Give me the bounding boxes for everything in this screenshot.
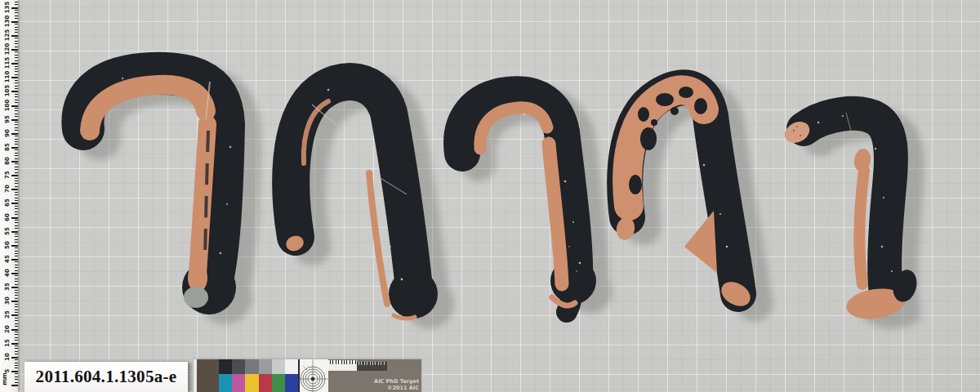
ruler-tick (15, 66, 18, 67)
aic-color-target: AIC PhD Target ©2011 AIC (194, 359, 421, 392)
ruler-tick (15, 180, 18, 181)
ruler-tick (15, 323, 18, 324)
ruler-tick (15, 86, 18, 87)
ruler-label: 90 (4, 126, 11, 140)
ruler-label: 110 (4, 69, 11, 84)
ruler-tick (15, 247, 18, 248)
ruler-tick (15, 304, 18, 305)
ruler-tick (15, 100, 18, 100)
ruler-tick (11, 147, 18, 149)
ruler-tick (15, 373, 18, 374)
color-patch (285, 374, 298, 392)
ruler-label: 65 (4, 195, 11, 210)
measurement-ruler: mm 5101520253035404550556065707580859095… (0, 0, 18, 392)
ruler-tick (15, 236, 18, 237)
gray-patch (219, 359, 232, 374)
ruler-tick (15, 57, 18, 58)
ruler-label: 115 (4, 56, 11, 70)
ruler-tick (15, 32, 18, 33)
ruler-tick (15, 261, 18, 262)
ruler-tick (15, 10, 18, 11)
ruler-tick (15, 382, 18, 383)
ruler-tick (11, 217, 18, 219)
pottery-handles-photo (0, 0, 980, 392)
ruler-tick (15, 2, 18, 2)
ruler-tick (15, 214, 18, 215)
ruler-label: 10 (4, 350, 11, 364)
ruler-tick (11, 273, 18, 274)
ruler-tick (15, 256, 18, 256)
ruler-tick (15, 368, 18, 368)
ruler-tick (15, 192, 18, 193)
ruler-label: 120 (4, 42, 11, 56)
ruler-tick (15, 206, 18, 207)
ruler-tick (15, 332, 18, 332)
ruler-tick (15, 51, 18, 52)
ruler-tick (15, 167, 18, 167)
ruler-tick (15, 242, 18, 243)
ruler-tick (11, 119, 18, 121)
gray-patch (285, 359, 298, 374)
ruler-tick (15, 163, 18, 164)
ruler-tick (15, 220, 18, 220)
ruler-tick (15, 71, 18, 72)
ruler-tick (15, 108, 18, 109)
pottery-handle-a (82, 74, 236, 314)
patch-column (219, 359, 232, 392)
ruler-tick (11, 63, 18, 65)
ruler-tick (15, 265, 18, 265)
patch-column (259, 359, 272, 392)
ruler-tick (15, 74, 18, 75)
ruler-tick (15, 376, 18, 377)
ruler-tick (15, 320, 18, 321)
color-patch (232, 374, 245, 392)
ruler-tick (15, 200, 18, 201)
ruler-tick (11, 133, 18, 135)
gray-patch (272, 359, 285, 374)
ruler-tick (15, 351, 18, 352)
ruler-tick (15, 359, 18, 360)
ruler-tick (15, 116, 18, 117)
ruler-tick (15, 234, 18, 234)
ruler-tick (15, 270, 18, 271)
ruler-tick (15, 225, 18, 226)
ruler-tick (15, 80, 18, 81)
ruler-tick (11, 329, 18, 331)
ruler-label: 55 (4, 224, 11, 238)
patch-column (232, 359, 245, 392)
ruler-label: 35 (4, 279, 11, 294)
ruler-tick (15, 295, 18, 296)
ruler-tick (15, 41, 18, 42)
ruler-tick (15, 345, 18, 346)
ruler-tick (11, 49, 18, 51)
ruler-tick (11, 175, 18, 176)
ruler-label: 30 (4, 293, 11, 308)
ruler-tick (15, 130, 18, 131)
accession-number: 2011.604.1.1305a-e (36, 367, 177, 387)
ruler-label: 85 (4, 140, 11, 154)
ruler-label: 20 (4, 322, 11, 336)
ruler-tick (15, 228, 18, 229)
ruler-tick (15, 88, 18, 89)
target-credit-line2: ©2011 AIC (374, 385, 419, 392)
ruler-tick (15, 363, 18, 363)
ruler-tick (15, 114, 18, 114)
target-right-section: AIC PhD Target ©2011 AIC (328, 359, 421, 392)
focus-target-icon (298, 359, 328, 392)
ruler-tick (11, 77, 18, 78)
patch-grid (219, 359, 298, 392)
ruler-tick (11, 314, 18, 316)
ruler-tick (15, 69, 18, 69)
ruler-tick (15, 318, 18, 318)
ruler-tick (11, 343, 18, 345)
ruler-tick (15, 239, 18, 240)
ruler-label: 105 (4, 83, 11, 98)
ruler-tick (15, 306, 18, 307)
ruler-label: 15 (4, 336, 11, 350)
target-credit: AIC PhD Target ©2011 AIC (374, 379, 419, 391)
color-patch (245, 374, 258, 392)
ruler-tick (15, 27, 18, 28)
ruler-tick (15, 253, 18, 254)
ruler-tick (15, 310, 18, 310)
patch-column (272, 359, 285, 392)
